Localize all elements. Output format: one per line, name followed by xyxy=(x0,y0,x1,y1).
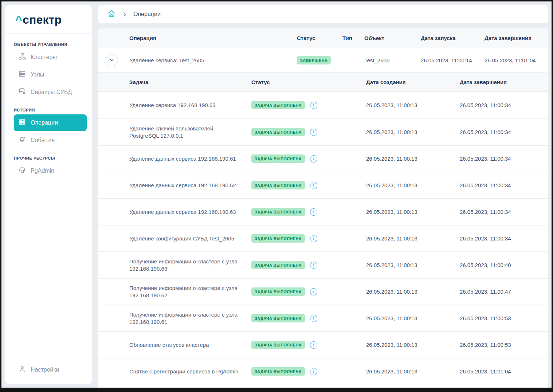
tasks-table-body: Удаление сервиса 192.168.190.63 ЗАДАЧА В… xyxy=(98,92,548,384)
task-finished-date: 26.05.2023, 11:00:34 xyxy=(460,209,548,215)
section-label: ИСТОРИЯ xyxy=(5,108,92,112)
task-name: Удаление данных сервиса 192.168.190.63 xyxy=(129,203,251,221)
operation-name: Удаление сервиса: Test_2605 xyxy=(129,57,297,63)
sidebar-item-label: Узлы xyxy=(31,71,44,78)
info-icon[interactable] xyxy=(310,315,317,322)
settings-label: Настройки xyxy=(31,366,59,373)
col-task-status: Статус xyxy=(251,79,366,85)
task-created-date: 26.05.2023, 11:00:13 xyxy=(366,289,460,295)
task-name: Удаление ключей пользователей PostgreSQL… xyxy=(129,120,251,145)
main-content: Операции Операция Статус Тип Объект Дата… xyxy=(92,1,552,388)
settings-button[interactable]: Настройки xyxy=(5,356,92,384)
info-icon[interactable] xyxy=(310,129,317,136)
col-object: Объект xyxy=(364,35,421,41)
table-row: Получение информации о кластере с узла 1… xyxy=(98,278,548,305)
task-created-date: 26.05.2023, 11:00:13 xyxy=(366,342,460,348)
task-created-date: 26.05.2023, 11:00:13 xyxy=(366,315,460,321)
task-status-badge: ЗАДАЧА ВЫПОЛНЕНА xyxy=(251,208,305,216)
operation-end-date: 26.05.2023, 11:01:04 xyxy=(485,57,548,63)
chevron-right-icon xyxy=(122,11,128,17)
task-name: Получение информации о кластере с узла 1… xyxy=(129,253,251,278)
info-icon[interactable] xyxy=(310,368,317,375)
sidebar-nav: ОБЪЕКТЫ УПРАВЛЕНИЯ Кластеры Узлы xyxy=(5,34,92,356)
info-icon[interactable] xyxy=(310,235,317,242)
table-row: Удаление данных сервиса 192.168.190.62 З… xyxy=(98,172,548,198)
sidebar-item-events[interactable]: События xyxy=(14,132,87,149)
operations-table-header: Операция Статус Тип Объект Дата запуска … xyxy=(98,28,548,48)
bell-icon xyxy=(18,136,26,145)
sidebar: ^спектр ОБЪЕКТЫ УПРАВЛЕНИЯ Кластеры Узлы xyxy=(5,5,92,384)
sidebar-item-dbms-services[interactable]: Сервисы СУБД xyxy=(14,84,87,101)
task-finished-date: 26.05.2023, 11:01:04 xyxy=(460,368,548,375)
section-label: ПРОЧИЕ РЕСУРСЫ xyxy=(5,156,92,160)
task-created-date: 26.05.2023, 11:00:13 xyxy=(366,262,460,268)
sidebar-section-objects: ОБЪЕКТЫ УПРАВЛЕНИЯ Кластеры Узлы xyxy=(5,42,92,101)
task-status-badge: ЗАДАЧА ВЫПОЛНЕНА xyxy=(251,128,305,136)
table-row: Удаление конфигурации СУБД Test_2605 ЗАД… xyxy=(98,225,548,251)
breadcrumb-current: Операции xyxy=(133,11,161,17)
operations-list-icon xyxy=(18,118,26,128)
task-finished-date: 26.05.2023, 11:00:40 xyxy=(460,262,548,268)
task-created-date: 26.05.2023, 11:00:13 xyxy=(366,235,460,242)
task-status-badge: ЗАДАЧА ВЫПОЛНЕНА xyxy=(251,287,305,296)
col-created-date: Дата создания xyxy=(366,79,460,85)
task-finished-date: 26.05.2023, 11:00:34 xyxy=(460,102,548,108)
info-icon[interactable] xyxy=(310,341,317,349)
task-created-date: 26.05.2023, 11:00:13 xyxy=(366,102,460,108)
app-frame: ^спектр ОБЪЕКТЫ УПРАВЛЕНИЯ Кластеры Узлы xyxy=(0,0,553,392)
sidebar-item-nodes[interactable]: Узлы xyxy=(14,66,87,83)
sidebar-section-other: ПРОЧИЕ РЕСУРСЫ PgAdmin xyxy=(5,156,92,179)
task-finished-date: 26.05.2023, 11:00:34 xyxy=(460,182,548,188)
task-created-date: 26.05.2023, 11:00:13 xyxy=(366,156,460,162)
col-operation: Операция xyxy=(129,35,297,41)
task-status-badge: ЗАДАЧА ВЫПОЛНЕНА xyxy=(251,341,305,349)
task-name: Получение информации о кластере с узла 1… xyxy=(129,306,251,331)
table-row: Удаление данных сервиса 192.168.190.63 З… xyxy=(98,198,548,225)
info-icon[interactable] xyxy=(310,102,317,109)
col-start-date: Дата запуска xyxy=(421,35,485,41)
info-icon[interactable] xyxy=(310,288,317,295)
sidebar-item-label: Операции xyxy=(31,119,58,126)
sidebar-item-label: Кластеры xyxy=(31,54,57,60)
logo-caret: ^ xyxy=(15,13,22,26)
col-status: Статус xyxy=(297,35,342,41)
task-status-badge: ЗАДАЧА ВЫПОЛНЕНА xyxy=(251,101,305,109)
task-status-badge: ЗАДАЧА ВЫПОЛНЕНА xyxy=(251,261,305,269)
task-status-badge: ЗАДАЧА ВЫПОЛНЕНА xyxy=(251,181,305,189)
sidebar-section-history: ИСТОРИЯ Операции События xyxy=(5,108,92,149)
task-finished-date: 26.05.2023, 11:00:53 xyxy=(460,342,548,348)
task-name: Удаление данных сервиса 192.168.190.61 xyxy=(129,150,251,168)
servers-icon xyxy=(18,70,26,79)
info-icon[interactable] xyxy=(310,208,317,216)
task-finished-date: 26.05.2023, 11:00:47 xyxy=(460,289,548,295)
table-row: Обновление статусов кластера ЗАДАЧА ВЫПО… xyxy=(98,331,548,358)
task-name: Получение информации о кластере с узла 1… xyxy=(129,279,251,304)
sidebar-item-operations[interactable]: Операции xyxy=(14,114,87,131)
sidebar-item-clusters[interactable]: Кластеры xyxy=(14,49,87,66)
logo-text: спектр xyxy=(23,13,62,26)
home-icon[interactable] xyxy=(107,9,116,19)
info-icon[interactable] xyxy=(310,155,317,162)
tasks-table-header: Задача Статус Дата создания Дата заверше… xyxy=(98,72,548,92)
operations-table: Операция Статус Тип Объект Дата запуска … xyxy=(98,28,548,388)
task-status-badge: ЗАДАЧА ВЫПОЛНЕНА xyxy=(251,234,305,243)
col-finished-date: Дата завершения xyxy=(460,79,548,85)
task-name: Снятие с регистрации сервисов в PgAdmin xyxy=(129,363,251,380)
operation-status-badge: ЗАВЕРШЕНА xyxy=(297,56,331,64)
collapse-row-button[interactable] xyxy=(106,54,118,66)
sidebar-item-pgadmin[interactable]: PgAdmin xyxy=(14,162,87,179)
task-finished-date: 26.05.2023, 11:00:34 xyxy=(460,156,548,162)
table-row: Удаление ключей пользователей PostgreSQL… xyxy=(98,118,548,145)
database-gear-icon xyxy=(18,87,26,97)
table-row: Снятие с регистрации сервисов в PgAdmin … xyxy=(98,358,548,384)
operation-start-date: 26.05.2023, 11:00:14 xyxy=(421,57,485,63)
table-row: Получение информации о кластере с узла 1… xyxy=(98,251,548,278)
col-type: Тип xyxy=(342,35,364,41)
info-icon[interactable] xyxy=(310,262,317,269)
info-icon[interactable] xyxy=(310,182,317,189)
task-status-badge: ЗАДАЧА ВЫПОЛНЕНА xyxy=(251,367,305,376)
col-end-date: Дата завершения xyxy=(485,35,548,41)
task-finished-date: 26.05.2023, 11:00:53 xyxy=(460,315,548,321)
col-task: Задача xyxy=(129,79,251,85)
chevron-down-icon xyxy=(109,57,115,63)
